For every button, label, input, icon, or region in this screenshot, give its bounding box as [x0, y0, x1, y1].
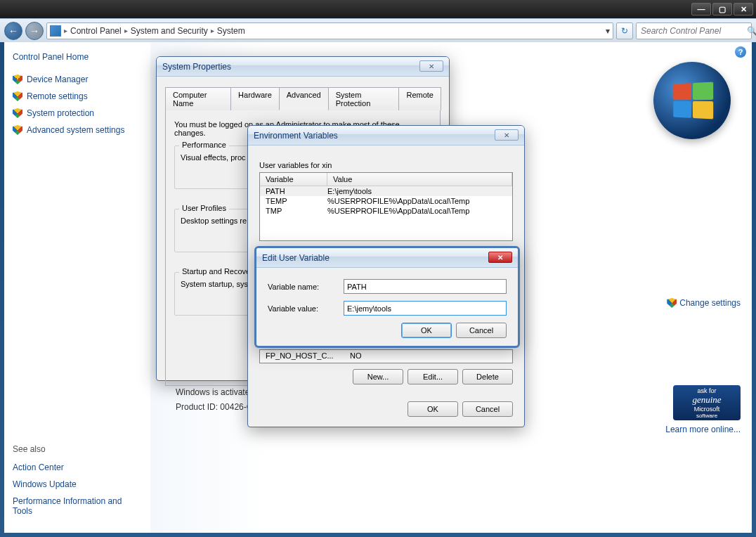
chevron-right-icon: ▸ — [211, 27, 214, 34]
arrow-right-icon: → — [30, 25, 39, 37]
chevron-right-icon: ▸ — [64, 27, 67, 34]
windows-logo — [653, 62, 731, 139]
variable-value-input[interactable] — [344, 301, 507, 316]
column-variable[interactable]: Variable — [260, 173, 327, 186]
breadcrumb-item[interactable]: Control Panel — [70, 26, 122, 36]
edit-user-variable-dialog: Edit User Variable ✕ Variable name: Vari… — [254, 246, 520, 348]
delete-button[interactable]: Delete — [462, 369, 513, 384]
genuine-label: genuine — [692, 394, 721, 406]
refresh-icon: ↻ — [621, 26, 628, 36]
user-var-row[interactable]: PATHE:\jemy\tools — [260, 186, 512, 196]
genuine-microsoft-badge[interactable]: ask for genuine Microsoft software — [673, 385, 741, 420]
tab-remote[interactable]: Remote — [398, 87, 441, 110]
tab-computer-name[interactable]: Computer Name — [165, 87, 231, 110]
breadcrumb-dropdown[interactable]: ▾ — [606, 26, 610, 36]
see-also-action-center[interactable]: Action Center — [13, 462, 142, 472]
variable-name-label: Variable name: — [268, 283, 344, 291]
performance-label: Performance — [179, 141, 229, 149]
breadcrumb[interactable]: ▸ Control Panel ▸ System and Security ▸ … — [46, 22, 613, 39]
help-icon[interactable]: ? — [735, 46, 746, 58]
minimize-button[interactable]: — — [691, 3, 711, 15]
genuine-software: software — [696, 413, 717, 419]
dialog-title[interactable]: Edit User Variable — [256, 248, 518, 268]
sidebar-item-label: Advanced system settings — [27, 125, 124, 135]
tab-hardware[interactable]: Hardware — [230, 87, 280, 110]
shield-icon — [13, 125, 22, 135]
shield-icon — [13, 75, 22, 84]
see-also-windows-update[interactable]: Windows Update — [13, 479, 142, 489]
dialog-close-button[interactable]: ✕ — [419, 60, 443, 72]
genuine-ask-for: ask for — [697, 387, 716, 394]
navigation-bar: ← → ▸ Control Panel ▸ System and Securit… — [0, 18, 756, 42]
see-also-header: See also — [13, 444, 142, 454]
sidebar-item-label: Remote settings — [27, 91, 88, 101]
arrow-left-icon: ← — [8, 25, 18, 37]
dialog-title[interactable]: Environment Variables — [248, 126, 524, 145]
column-value[interactable]: Value — [327, 173, 512, 186]
user-var-row[interactable]: TMP%USERPROFILE%\AppData\Local\Temp — [260, 206, 512, 216]
nav-back-button[interactable]: ← — [4, 22, 22, 40]
new-button[interactable]: New... — [353, 369, 403, 384]
search-icon: 🔍 — [747, 26, 756, 36]
learn-more-online-link[interactable]: Learn more online... — [665, 425, 741, 434]
cancel-button[interactable]: Cancel — [456, 323, 507, 338]
system-properties-tabs: Computer Name Hardware Advanced System P… — [165, 86, 441, 110]
sidebar-item-label: System protection — [27, 108, 94, 118]
system-variables-list[interactable]: FP_NO_HOST_C... NO — [259, 349, 513, 363]
ok-button[interactable]: OK — [401, 323, 452, 338]
system-vars-button-row: New... Edit... Delete — [259, 369, 513, 384]
ok-button[interactable]: OK — [408, 401, 458, 417]
shield-icon — [13, 91, 22, 101]
change-settings-link[interactable]: Change settings — [667, 298, 741, 308]
change-settings-label: Change settings — [679, 298, 741, 308]
sidebar-item-label: Device Manager — [27, 75, 88, 84]
chevron-right-icon: ▸ — [124, 27, 128, 34]
user-variables-list[interactable]: Variable Value PATHE:\jemy\tools TEMP%US… — [259, 172, 513, 241]
dialog-close-button[interactable]: ✕ — [495, 129, 519, 141]
close-button[interactable]: ✕ — [734, 3, 753, 15]
startup-recovery-label: Startup and Recove — [179, 267, 253, 276]
sys-var-value: NO — [350, 351, 362, 361]
nav-forward-button[interactable]: → — [25, 22, 44, 40]
dialog-title[interactable]: System Properties — [157, 57, 449, 77]
shield-icon — [13, 108, 22, 118]
search-input-container[interactable]: 🔍 — [636, 22, 752, 39]
genuine-microsoft: Microsoft — [694, 406, 720, 413]
cancel-button[interactable]: Cancel — [462, 401, 513, 417]
sidebar-item-device-manager[interactable]: Device Manager — [13, 75, 142, 84]
see-also-performance-info[interactable]: Performance Information and Tools — [13, 496, 132, 516]
variable-value-label: Variable value: — [268, 304, 344, 313]
search-input[interactable] — [641, 26, 747, 36]
breadcrumb-item[interactable]: System — [217, 26, 245, 36]
user-var-row[interactable]: TEMP%USERPROFILE%\AppData\Local\Temp — [260, 196, 512, 206]
control-panel-icon — [50, 25, 61, 37]
dialog-close-button[interactable]: ✕ — [488, 252, 512, 263]
shield-icon — [667, 298, 677, 308]
sidebar-item-system-protection[interactable]: System protection — [13, 108, 142, 118]
user-variables-label: User variables for xin — [259, 161, 513, 169]
user-profiles-label: User Profiles — [179, 204, 229, 212]
tab-system-protection[interactable]: System Protection — [328, 87, 400, 110]
sidebar: Control Panel Home Device Manager Remote… — [4, 42, 150, 533]
window-titlebar: — ▢ ✕ — [0, 0, 756, 18]
breadcrumb-item[interactable]: System and Security — [131, 26, 208, 36]
maximize-button[interactable]: ▢ — [712, 3, 732, 15]
sidebar-item-advanced-system-settings[interactable]: Advanced system settings — [13, 125, 142, 135]
control-panel-home-link[interactable]: Control Panel Home — [13, 52, 142, 62]
refresh-button[interactable]: ↻ — [616, 22, 633, 39]
dialog-button-row: OK Cancel — [259, 401, 513, 417]
sys-var-name: FP_NO_HOST_C... — [266, 351, 350, 361]
variable-name-input[interactable] — [344, 279, 507, 294]
tab-advanced[interactable]: Advanced — [279, 87, 329, 110]
edit-button[interactable]: Edit... — [408, 369, 458, 384]
list-header: Variable Value — [260, 173, 512, 186]
sidebar-item-remote-settings[interactable]: Remote settings — [13, 91, 142, 101]
